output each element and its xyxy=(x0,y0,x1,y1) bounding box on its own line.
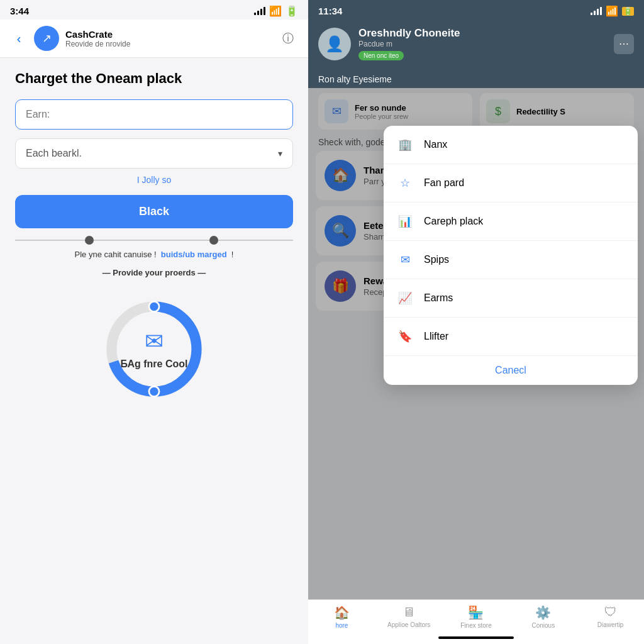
nav-item-store[interactable]: 🏪 Finex store xyxy=(443,605,510,629)
info-link[interactable]: buids/ub marged xyxy=(161,250,227,259)
nav-item-home[interactable]: 🏠 hore xyxy=(308,605,375,629)
status-bar-left: 3:44 📶 🔋 xyxy=(0,0,308,19)
nav-label-store: Finex store xyxy=(460,622,491,629)
settings-nav-icon: ⚙️ xyxy=(535,605,551,620)
signal-bars xyxy=(254,7,265,15)
status-bar-right: 11:34 📶 🔋 xyxy=(308,0,644,19)
status-time-right: 11:34 xyxy=(318,6,342,16)
svg-point-3 xyxy=(149,386,159,396)
battery-icon: 🔋 xyxy=(286,5,298,17)
dropdown-item-fanpard[interactable]: ☆ Fan pard xyxy=(384,164,638,203)
home-nav-icon: 🏠 xyxy=(334,605,350,620)
range-thumb-left[interactable] xyxy=(85,236,94,245)
bottom-nav: 🏠 hore 🖥 Applioe Oaltors 🏪 Finex store ⚙… xyxy=(308,599,644,631)
envelope-icon: ✉ xyxy=(145,328,164,355)
dropdown-cancel-button[interactable]: Canecl xyxy=(384,356,638,385)
status-icons-left: 📶 🔋 xyxy=(254,5,298,17)
earn-input[interactable] xyxy=(15,99,293,130)
nav-label-home: hore xyxy=(335,622,348,629)
dropdown-label-careph: Careph plack xyxy=(424,216,483,227)
range-thumb-right[interactable] xyxy=(209,236,218,245)
circle-chart: ✉ БАg fnre Cool xyxy=(15,286,293,412)
circle-inner-content: ✉ БАg fnre Cool xyxy=(121,328,188,370)
left-panel: 3:44 📶 🔋 ‹ ↗ CashCrate Reovide de nrovid… xyxy=(0,0,308,644)
nav-item-settings[interactable]: ⚙️ Conious xyxy=(509,605,577,629)
status-time-left: 3:44 xyxy=(10,6,29,16)
primary-button[interactable]: Black xyxy=(15,195,293,228)
dropdown-item-careph[interactable]: 📊 Careph plack xyxy=(384,203,638,241)
info-text: Ple yne cahit canuise ! buids/ub marged … xyxy=(15,250,293,259)
app-logo: ↗ xyxy=(34,26,59,51)
info-text-1: Ple yne cahit canuise ! xyxy=(75,250,157,259)
right-panel: 11:34 📶 🔋 👤 Oreshndly Choneite Pacdue m … xyxy=(308,0,644,644)
dropdown-menu: 🏢 Nanx ☆ Fan pard 📊 Careph plack ✉ Spips… xyxy=(384,126,638,385)
dropdown-label-spips: Spips xyxy=(424,254,449,265)
app-subtitle: Reovide de nrovide xyxy=(65,40,272,48)
range-slider-row xyxy=(15,240,293,241)
user-avatar: 👤 xyxy=(318,28,351,60)
app-header-left: ‹ ↗ CashCrate Reovide de nrovide ⓘ xyxy=(0,19,308,58)
app-title-group: CashCrate Reovide de nrovide xyxy=(65,29,272,48)
dropdown-label-nanx: Nanx xyxy=(424,139,447,150)
right-content: ✉ Fer so nunde People your srew $ Redect… xyxy=(308,88,644,599)
shield-nav-icon: 🛡 xyxy=(604,605,617,619)
range-line[interactable] xyxy=(15,240,293,241)
dropdown-label-fanpard: Fan pard xyxy=(424,177,464,189)
link-text[interactable]: I Jolly so xyxy=(15,175,293,185)
store-nav-icon: 🏪 xyxy=(468,605,484,620)
nav-label-shield: Diawertip xyxy=(597,621,624,628)
nav-label-settings: Conious xyxy=(531,622,555,629)
app-title: CashCrate xyxy=(65,29,272,40)
nav-item-shield[interactable]: 🛡 Diawertip xyxy=(577,605,644,629)
home-indicator xyxy=(308,631,644,644)
back-button[interactable]: ‹ xyxy=(10,30,28,47)
building-icon: 🏢 xyxy=(395,135,415,155)
dropdown-item-nanx[interactable]: 🏢 Nanx xyxy=(384,126,638,164)
header-menu-button[interactable]: ⋯ xyxy=(614,34,634,54)
dropdown-item-spips[interactable]: ✉ Spips xyxy=(384,241,638,279)
wifi-icon: 📶 xyxy=(269,5,282,17)
nav-item-apps[interactable]: 🖥 Applioe Oaltors xyxy=(375,605,443,629)
user-badge: Nen onc iteo xyxy=(358,51,404,60)
logo-icon: ↗ xyxy=(42,31,52,45)
dropdown-label-earms: Earms xyxy=(424,292,453,304)
nav-label-apps: Applioe Oaltors xyxy=(387,621,430,628)
mail-icon: ✉ xyxy=(395,250,415,270)
user-name: Oreshndly Choneite xyxy=(358,27,606,40)
dropdown-select[interactable]: Each bearkl. ▾ xyxy=(15,138,293,169)
bookmark-icon: 🔖 xyxy=(395,326,415,347)
status-icons-right: 📶 🔋 xyxy=(591,5,634,17)
home-bar xyxy=(438,636,514,639)
circle-label: БАg fnre Cool xyxy=(121,358,188,370)
user-info: Oreshndly Choneite Pacdue m Nen onc iteo xyxy=(358,27,606,60)
section-label: Ron alty Eyesieme xyxy=(308,68,644,88)
circle-wrapper: ✉ БАg fnre Cool xyxy=(91,286,217,412)
chart-icon: 📊 xyxy=(395,211,415,231)
right-app-header: 👤 Oreshndly Choneite Pacdue m Nen onc it… xyxy=(308,19,644,68)
dropdown-label-llifter: Llifter xyxy=(424,331,448,342)
trend-icon: 📈 xyxy=(395,288,415,308)
wifi-icon-right: 📶 xyxy=(606,5,618,17)
info-text-2: ! xyxy=(231,250,234,259)
signal-bars-right xyxy=(591,7,602,15)
dropdown-item-earms[interactable]: 📈 Earms xyxy=(384,279,638,318)
battery-icon-right: 🔋 xyxy=(622,7,634,16)
dropdown-value: Each bearkl. xyxy=(26,148,82,159)
page-title-left: Charget the Oneam plack xyxy=(15,70,293,87)
main-content-left: Charget the Oneam plack Each bearkl. ▾ I… xyxy=(0,58,308,644)
apps-nav-icon: 🖥 xyxy=(402,605,415,619)
user-subtitle: Pacdue m xyxy=(358,40,606,48)
info-button[interactable]: ⓘ xyxy=(278,28,298,48)
divider-text: — Provide your proerds — xyxy=(15,268,293,277)
svg-point-2 xyxy=(149,301,159,311)
chevron-down-icon: ▾ xyxy=(278,148,282,158)
star-icon: ☆ xyxy=(395,173,415,193)
dropdown-item-llifter[interactable]: 🔖 Llifter xyxy=(384,318,638,356)
